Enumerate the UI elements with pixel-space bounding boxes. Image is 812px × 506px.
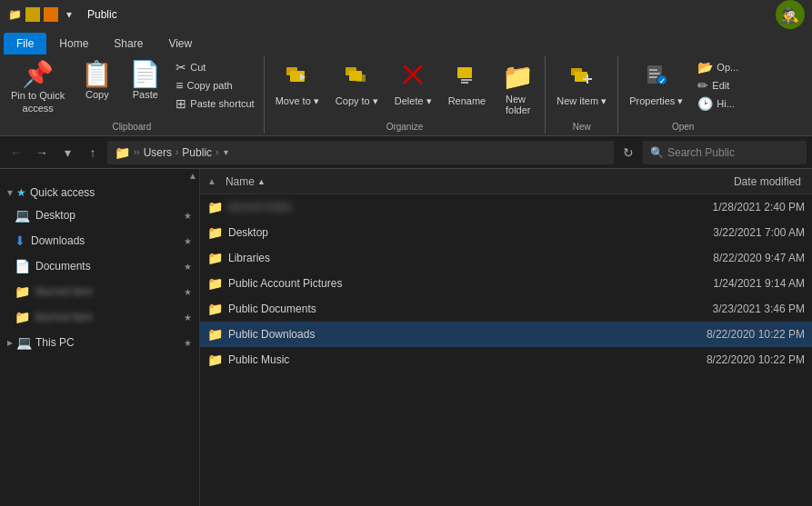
quick-access-header[interactable]: ▾ ★ Quick access <box>0 181 199 203</box>
table-row[interactable]: 📁 Libraries 8/22/2020 9:47 AM <box>200 245 812 271</box>
this-pc-icon: 💻 <box>16 335 32 350</box>
breadcrumb-users[interactable]: Users <box>144 146 172 159</box>
dropdown-arrow-icon[interactable]: ▾ <box>62 7 76 22</box>
breadcrumb-folder-icon: 📁 <box>115 145 130 160</box>
sidebar-item-desktop[interactable]: 💻 Desktop ★ <box>0 203 199 228</box>
file-date-public-music: 8/22/2020 10:22 PM <box>641 353 805 366</box>
search-box[interactable]: 🔍 Search Public <box>643 141 807 164</box>
col-header-name[interactable]: Name ▲ <box>222 174 641 190</box>
delete-label: Delete ▾ <box>395 95 432 107</box>
refresh-button[interactable]: ↻ <box>617 142 639 164</box>
yellow-icon <box>25 7 40 22</box>
file-name-blurred: blurred folder <box>228 201 641 213</box>
copy-path-label: Copy path <box>186 80 232 91</box>
table-row[interactable]: 📁 Public Music 8/22/2020 10:22 PM <box>200 347 812 372</box>
window-title: Public <box>87 8 117 21</box>
quick-access-expand-icon: ▾ <box>7 186 13 199</box>
desktop-icon: 💻 <box>15 208 30 223</box>
recent-button[interactable]: ▾ <box>56 142 78 164</box>
paste-shortcut-button[interactable]: ⊞ Paste shortcut <box>170 94 259 113</box>
new-item-button[interactable]: New item ▾ <box>549 58 614 111</box>
blurred2-pin-icon: ★ <box>184 313 192 322</box>
open-label: Open <box>622 120 744 132</box>
new-item-icon <box>569 62 595 94</box>
this-pc-pin-icon: ★ <box>184 338 192 348</box>
file-icon-libraries: 📁 <box>207 251 223 265</box>
this-pc-header[interactable]: ▸ 💻 This PC ★ <box>0 330 199 353</box>
documents-label: Documents <box>35 260 91 273</box>
table-row[interactable]: 📁 Public Downloads 8/22/2020 10:22 PM <box>200 322 812 347</box>
copy-to-button[interactable]: Copy to ▾ <box>328 58 386 111</box>
paste-shortcut-label: Paste shortcut <box>190 98 254 109</box>
edit-button[interactable]: ✏ Edit <box>692 76 744 94</box>
tab-view[interactable]: View <box>155 33 205 55</box>
tab-home[interactable]: Home <box>46 33 101 55</box>
main-area: ▲ ▾ ★ Quick access 💻 Desktop ★ ⬇ Downloa… <box>0 169 812 506</box>
table-row[interactable]: 📁 Public Account Pictures 1/24/2021 9:14… <box>200 271 812 296</box>
cut-button[interactable]: ✂ Cut <box>170 58 259 76</box>
downloads-icon: ⬇ <box>15 233 25 248</box>
delete-icon <box>400 62 426 94</box>
delete-button[interactable]: Delete ▾ <box>387 58 439 111</box>
move-to-button[interactable]: Move to ▾ <box>268 58 326 111</box>
pin-quick-access-button[interactable]: 📌 Pin to Quickaccess <box>4 58 72 119</box>
breadcrumb-expand[interactable]: ▾ <box>224 147 228 157</box>
breadcrumb-sep2: › <box>175 147 178 157</box>
open-button[interactable]: 📂 Op... <box>692 58 744 76</box>
file-date-public-docs: 3/23/2021 3:46 PM <box>641 303 805 315</box>
sidebar-item-blurred1[interactable]: 📁 blurred item ★ <box>0 279 199 304</box>
file-icon-blurred: 📁 <box>207 200 223 214</box>
sidebar-item-blurred2[interactable]: 📁 blurred item ★ <box>0 304 199 330</box>
properties-button[interactable]: ✓ Properties ▾ <box>622 58 690 111</box>
back-button[interactable]: ← <box>5 142 27 164</box>
rename-button[interactable]: Rename <box>441 58 494 110</box>
file-name-public-account: Public Account Pictures <box>228 277 641 290</box>
up-button[interactable]: ↑ <box>82 142 104 164</box>
cut-label: Cut <box>190 62 206 73</box>
breadcrumb-public[interactable]: Public <box>182 146 212 159</box>
svg-rect-12 <box>575 72 587 82</box>
sidebar-item-downloads[interactable]: ⬇ Downloads ★ <box>0 228 199 253</box>
file-name-public-downloads: Public Downloads <box>228 328 641 341</box>
copy-path-button[interactable]: ≡ Copy path <box>170 76 259 94</box>
copy-button[interactable]: 📋 Copy <box>74 58 120 104</box>
edit-label: Edit <box>712 80 729 91</box>
forward-button[interactable]: → <box>31 142 53 164</box>
copy-label: Copy <box>85 89 109 100</box>
title-bar: 📁 ▾ Public 🕵 <box>0 0 812 29</box>
col-date-label: Date modified <box>734 175 801 188</box>
copy-icon: 📋 <box>81 62 113 87</box>
search-placeholder: Search Public <box>667 146 735 159</box>
new-folder-icon: 📁 <box>502 62 534 92</box>
col-header-date[interactable]: Date modified <box>641 174 805 190</box>
col-sort-toggle[interactable]: ▲ <box>207 176 216 186</box>
new-folder-button[interactable]: 📁 Newfolder <box>495 58 541 119</box>
open-icon: 📂 <box>697 60 713 74</box>
table-row[interactable]: 📁 blurred folder 1/28/2021 2:40 PM <box>200 194 812 220</box>
new-folder-label: Newfolder <box>506 94 531 115</box>
address-bar: ← → ▾ ↑ 📁 ›› Users › Public › ▾ ↻ 🔍 Sear… <box>0 136 812 169</box>
svg-rect-17 <box>649 73 660 74</box>
file-icon-public-docs: 📁 <box>207 302 223 316</box>
file-date-blurred: 1/28/2021 2:40 PM <box>641 201 805 213</box>
breadcrumb[interactable]: 📁 ›› Users › Public › ▾ <box>107 141 614 164</box>
move-to-icon <box>285 62 310 94</box>
breadcrumb-sep3: › <box>216 147 218 157</box>
file-name-desktop: Desktop <box>228 226 641 239</box>
scroll-up-arrow[interactable]: ▲ <box>188 171 197 181</box>
ribbon-items-organize: Move to ▾ Copy to ▾ <box>268 58 542 120</box>
paste-button[interactable]: 📄 Paste <box>122 58 168 104</box>
paste-label: Paste <box>133 89 158 100</box>
tab-share[interactable]: Share <box>101 33 155 55</box>
clipboard-label: Clipboard <box>4 120 260 132</box>
sidebar-item-documents[interactable]: 📄 Documents ★ <box>0 253 199 279</box>
table-row[interactable]: 📁 Desktop 3/22/2021 7:00 AM <box>200 220 812 245</box>
properties-icon: ✓ <box>644 62 669 94</box>
history-button[interactable]: 🕑 Hi... <box>692 94 744 113</box>
file-name-public-music: Public Music <box>228 353 641 366</box>
quick-access-label: Quick access <box>30 186 95 199</box>
svg-rect-8 <box>457 67 472 78</box>
table-row[interactable]: 📁 Public Documents 3/23/2021 3:46 PM <box>200 296 812 322</box>
history-label: Hi... <box>717 98 735 109</box>
tab-file[interactable]: File <box>4 33 46 55</box>
